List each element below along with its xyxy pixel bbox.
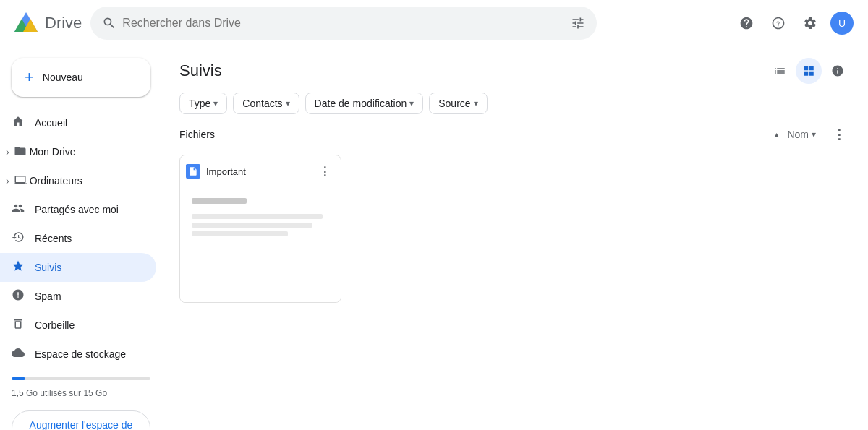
- filter-date-chevron: ▾: [409, 98, 414, 108]
- section-header: Fichiers Nom ▾ ⋮: [179, 123, 851, 146]
- sidebar-item-mon-drive[interactable]: › Mon Drive: [0, 137, 156, 166]
- search-bar: [90, 7, 597, 40]
- sidebar-item-partages[interactable]: Partagés avec moi: [0, 195, 156, 224]
- section-more-button[interactable]: ⋮: [827, 123, 851, 146]
- clock-icon: [12, 231, 25, 247]
- upgrade-button-label: Augmenter l'espace de stockage: [24, 418, 138, 430]
- preview-line-1: [192, 198, 247, 204]
- filter-type-button[interactable]: Type ▾: [179, 93, 227, 114]
- sidebar-item-suivis-label: Suivis: [35, 262, 61, 273]
- files-grid: Important ⋮: [179, 155, 851, 303]
- sidebar-item-suivis[interactable]: Suivis: [0, 253, 156, 282]
- more-vert-icon: ⋮: [833, 126, 846, 142]
- sort-chevron: ▾: [812, 129, 816, 139]
- sidebar-item-mon-drive-label: Mon Drive: [30, 146, 76, 158]
- account-button[interactable]: U: [827, 9, 856, 38]
- filter-source-button[interactable]: Source ▾: [429, 93, 487, 114]
- list-view-button[interactable]: [767, 58, 793, 84]
- sidebar-item-accueil-label: Accueil: [35, 117, 67, 129]
- sidebar-item-recents-label: Récents: [35, 233, 72, 244]
- storage-section: 1,5 Go utilisés sur 15 Go: [0, 369, 162, 405]
- upgrade-button[interactable]: Augmenter l'espace de stockage: [12, 410, 150, 430]
- storage-text: 1,5 Go utilisés sur 15 Go: [12, 388, 107, 398]
- chevron-right-icon: ›: [6, 146, 9, 158]
- support-button[interactable]: [732, 9, 761, 38]
- filter-source-label: Source: [438, 98, 470, 109]
- grid-view-icon: [802, 64, 815, 77]
- filter-date-button[interactable]: Date de modification ▾: [305, 93, 424, 114]
- help-button[interactable]: [764, 9, 793, 38]
- sidebar-item-partages-label: Partagés avec moi: [35, 204, 119, 215]
- filter-source-chevron: ▾: [474, 98, 478, 108]
- filter-type-label: Type: [189, 98, 210, 109]
- top-bar: Drive U: [0, 0, 868, 46]
- advanced-search-icon[interactable]: [571, 16, 585, 30]
- content-area: Suivis: [162, 46, 868, 430]
- filter-type-chevron: ▾: [213, 98, 218, 108]
- filter-contacts-button[interactable]: Contacts ▾: [233, 93, 299, 114]
- file-more-icon: ⋮: [319, 165, 331, 179]
- file-preview: [180, 186, 341, 302]
- section-title: Fichiers: [179, 129, 215, 140]
- sort-button[interactable]: Nom ▾: [767, 126, 822, 143]
- sidebar-item-ordinateurs[interactable]: › Ordinateurs: [0, 166, 156, 195]
- file-card-important[interactable]: Important ⋮: [179, 155, 341, 303]
- computer-icon: [14, 173, 27, 189]
- search-input[interactable]: [122, 17, 565, 30]
- preview-line-2: [192, 214, 323, 219]
- files-section: Fichiers Nom ▾ ⋮ Im: [162, 123, 868, 430]
- storage-bar-fill: [12, 377, 25, 380]
- sidebar: + Nouveau Accueil › Mon Drive › Ordinate…: [0, 46, 162, 430]
- people-icon: [12, 202, 25, 218]
- preview-line-3: [192, 223, 312, 228]
- new-button-label: Nouveau: [43, 72, 83, 83]
- content-header: Suivis: [162, 46, 868, 90]
- main-layout: + Nouveau Accueil › Mon Drive › Ordinate…: [0, 46, 868, 430]
- preview-line-4: [192, 231, 288, 236]
- sort-asc-icon: [773, 129, 784, 140]
- plus-icon: +: [25, 68, 34, 87]
- trash-icon: [12, 317, 25, 334]
- top-actions: U: [732, 9, 856, 38]
- sidebar-item-accueil[interactable]: Accueil: [0, 108, 156, 137]
- drive-logo-icon: [12, 9, 41, 38]
- settings-button[interactable]: [796, 9, 825, 38]
- app-logo-text: Drive: [45, 14, 82, 33]
- view-actions: [767, 58, 851, 84]
- preview-content: [192, 198, 329, 240]
- file-more-button[interactable]: ⋮: [315, 161, 335, 181]
- star-icon: [12, 259, 25, 276]
- grid-view-button[interactable]: [796, 58, 822, 84]
- sidebar-item-corbeille[interactable]: Corbeille: [0, 311, 156, 340]
- info-icon: [831, 64, 844, 77]
- file-card-header: Important ⋮: [180, 155, 341, 186]
- sidebar-item-stockage-label: Espace de stockage: [35, 348, 126, 360]
- filter-date-label: Date de modification: [315, 98, 407, 109]
- sort-label: Nom: [787, 129, 809, 140]
- settings-icon: [803, 16, 817, 30]
- new-button[interactable]: + Nouveau: [12, 58, 150, 97]
- sidebar-item-spam[interactable]: Spam: [0, 282, 156, 311]
- app-logo[interactable]: Drive: [12, 9, 82, 38]
- page-title: Suivis: [179, 61, 222, 80]
- cloud-icon: [12, 346, 25, 363]
- filter-contacts-chevron: ▾: [286, 98, 290, 108]
- filters-bar: Type ▾ Contacts ▾ Date de modification ▾…: [162, 90, 868, 123]
- list-view-icon: [773, 64, 786, 77]
- sidebar-item-corbeille-label: Corbeille: [35, 319, 75, 331]
- sidebar-item-ordinateurs-label: Ordinateurs: [30, 175, 82, 186]
- help-icon: [771, 16, 786, 30]
- chevron-right-icon-2: ›: [6, 175, 9, 186]
- sidebar-item-recents[interactable]: Récents: [0, 224, 156, 253]
- home-icon: [12, 115, 25, 132]
- folder-icon: [14, 145, 27, 160]
- info-button[interactable]: [825, 58, 851, 84]
- doc-icon: [186, 164, 200, 179]
- avatar: U: [830, 12, 854, 35]
- file-name: Important: [206, 166, 309, 177]
- warning-icon: [12, 288, 25, 305]
- sidebar-item-stockage[interactable]: Espace de stockage: [0, 340, 156, 369]
- sidebar-item-spam-label: Spam: [35, 291, 61, 302]
- filter-contacts-label: Contacts: [242, 98, 282, 109]
- storage-bar-background: [12, 377, 150, 380]
